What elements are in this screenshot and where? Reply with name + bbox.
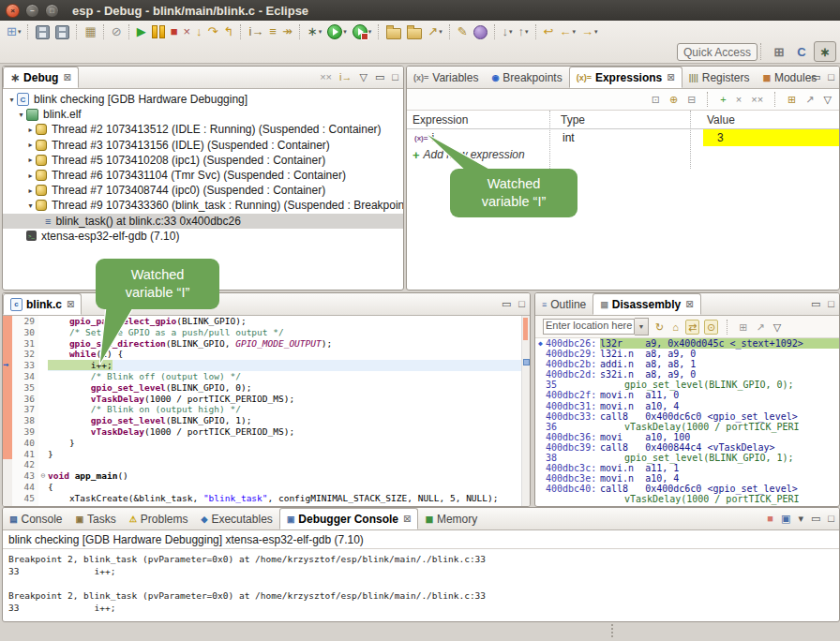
debug-tree-item[interactable]: ▾Cblink checking [GDB Hardware Debugging…: [3, 92, 403, 107]
run-icon[interactable]: ▾: [325, 22, 349, 41]
cpp-perspective-button[interactable]: C: [791, 42, 812, 61]
terminate-icon[interactable]: ■: [169, 22, 180, 41]
window-minimize-button[interactable]: −: [25, 4, 39, 18]
expression-row[interactable]: (x)=iint3: [407, 129, 839, 146]
column-expression[interactable]: Expression: [407, 113, 555, 127]
line-annotation-gutter[interactable]: [3, 459, 12, 470]
disassembly-instruction[interactable]: 400dbc33:call8 0x400dc6c0 <gpio_set_leve…: [535, 411, 839, 422]
tab-variables[interactable]: (x)=Variables: [407, 67, 485, 88]
line-annotation-gutter[interactable]: [3, 338, 12, 350]
display-selected-console-icon[interactable]: ▣: [779, 512, 792, 525]
code-line[interactable]: 41}: [3, 449, 530, 460]
overview-ruler[interactable]: [521, 316, 530, 506]
debug-tree-thread[interactable]: ▸Thread #6 1073431104 (Tmr Svc) (Suspend…: [3, 168, 403, 183]
disconnect-icon[interactable]: ×: [181, 22, 192, 41]
instruction-stepping-toggle-icon[interactable]: i→: [338, 70, 353, 83]
resume-icon[interactable]: ▶: [135, 22, 148, 41]
line-annotation-gutter[interactable]: [3, 371, 12, 382]
disassembly-instruction[interactable]: 400dbc3c:movi.n a11, 1: [535, 463, 839, 473]
tab-expressions[interactable]: (x)=Expressions⊠: [569, 67, 682, 88]
debug-tree-item[interactable]: ≡blink_task() at blink.c:33 0x400dbc26: [3, 214, 403, 229]
expander-icon[interactable]: ▸: [25, 126, 36, 134]
code-line[interactable]: 34 /* Blink off (output low) */: [3, 371, 530, 382]
debug-tree-item[interactable]: >_xtensa-esp32-elf-gdb (7.10): [3, 229, 403, 244]
disassembly-instruction[interactable]: 400dbc3e:movi.n a10, 4: [535, 473, 839, 484]
build-icon[interactable]: ▦: [82, 22, 98, 41]
column-value[interactable]: Value: [701, 112, 839, 128]
view-menu-icon[interactable]: ▽: [822, 93, 833, 106]
line-annotation-gutter[interactable]: [3, 415, 12, 426]
line-annotation-gutter[interactable]: [3, 438, 12, 449]
refresh-icon[interactable]: ↻: [653, 320, 666, 334]
line-annotation-gutter[interactable]: [3, 470, 12, 482]
line-annotation-gutter[interactable]: [3, 327, 12, 338]
line-annotation-gutter[interactable]: [3, 426, 12, 438]
disassembly-instruction[interactable]: 400dbc2f:movi.n a11, 0: [535, 390, 839, 400]
close-icon[interactable]: ⊠: [667, 72, 674, 82]
code-line[interactable]: 40 }: [3, 438, 530, 449]
column-type[interactable]: Type: [555, 113, 701, 127]
tab-debugger-console[interactable]: ▣Debugger Console⊠: [279, 508, 419, 529]
dropdown-arrow-icon[interactable]: ▾: [573, 28, 577, 36]
disassembly-instruction[interactable]: 400dbc40:call8 0x400dc6c0 <gpio_set_leve…: [535, 484, 839, 494]
collapse-all-icon[interactable]: ⊟: [685, 93, 698, 106]
line-annotation-gutter[interactable]: [3, 449, 12, 460]
disassembly-source-line[interactable]: 38gpio_set_level(BLINK_GPIO, 1);: [535, 453, 839, 463]
code-line[interactable]: 35 gpio_set_level(BLINK_GPIO, 0);: [3, 382, 530, 394]
tab-problems[interactable]: ⚠Problems: [123, 508, 195, 529]
disassembly-instruction[interactable]: 400dbc29:l32i.n a8, a9, 0: [535, 349, 839, 359]
skip-all-breakpoints-icon[interactable]: ⊘: [110, 22, 124, 41]
code-line[interactable]: 39 vTaskDelay(1000 / portTICK_PERIOD_MS)…: [3, 426, 530, 438]
close-icon[interactable]: ⊠: [63, 72, 70, 82]
last-edit-location-icon[interactable]: ↩: [542, 22, 556, 41]
tab-executables[interactable]: ◆Executables: [195, 508, 279, 529]
dropdown-arrow-icon[interactable]: ▾: [368, 28, 372, 36]
prev-annotation-icon[interactable]: ↑▾: [517, 22, 531, 41]
tab-tasks[interactable]: ▣Tasks: [69, 508, 123, 529]
maximize-icon[interactable]: □: [517, 297, 527, 310]
disassembly-source-line[interactable]: 35gpio_set_level(BLINK_GPIO, 0);: [535, 380, 839, 390]
search-icon[interactable]: [472, 22, 489, 41]
step-over-icon[interactable]: ↷: [206, 22, 220, 41]
debug-tree-thread[interactable]: ▸Thread #2 1073413512 (IDLE : Running) (…: [3, 122, 403, 137]
line-annotation-gutter[interactable]: [3, 404, 12, 415]
code-line[interactable]: 36 vTaskDelay(1000 / portTICK_PERIOD_MS)…: [3, 394, 530, 405]
maximize-icon[interactable]: □: [826, 512, 836, 525]
code-line[interactable]: →33 i++;: [3, 360, 530, 371]
remove-all-expressions-icon[interactable]: ××: [749, 93, 765, 106]
view-menu-icon[interactable]: ▽: [357, 70, 368, 83]
disassembly-instruction[interactable]: ◆400dbc26:l32r a9, 0x400d045c <_stext+10…: [535, 338, 839, 349]
disassembly-instruction[interactable]: 400dbc2b:addi.n a8, a8, 1: [535, 359, 839, 369]
debug-tree-thread[interactable]: ▸Thread #7 1073408744 (ipc0) (Suspended …: [3, 183, 403, 198]
code-line[interactable]: 30 /* Set the GPIO as a push/pull output…: [3, 327, 530, 338]
tab-blink-c[interactable]: c blink.c ⊠: [3, 293, 82, 315]
minimize-icon[interactable]: ▭: [809, 70, 822, 83]
code-line[interactable]: 32 while(1) {: [3, 349, 530, 360]
maximize-icon[interactable]: □: [390, 70, 400, 83]
show-logical-structure-icon[interactable]: ⊕: [668, 93, 680, 106]
location-input[interactable]: Enter location here: [543, 319, 635, 335]
format-brush-icon[interactable]: ✎: [456, 22, 470, 41]
line-annotation-gutter[interactable]: [3, 382, 12, 394]
new-view-icon[interactable]: ⊞: [737, 320, 749, 334]
disassembly-instruction[interactable]: 400dbc39:call8 0x400844c4 <vTaskDelay>: [535, 442, 839, 453]
tab-console[interactable]: ▤Console: [3, 508, 69, 529]
view-menu-icon[interactable]: ▽: [772, 320, 783, 334]
code-line[interactable]: 29 gpio_pad_select_gpio(BLINK_GPIO);: [3, 316, 530, 327]
line-annotation-gutter[interactable]: [3, 316, 12, 327]
expander-icon[interactable]: ▾: [16, 111, 26, 119]
launch-target-icon[interactable]: ↗▾: [426, 22, 443, 41]
window-close-button[interactable]: ×: [6, 4, 20, 18]
use-step-filters-icon[interactable]: ↠: [280, 22, 294, 41]
forward-icon[interactable]: →▾: [579, 22, 600, 41]
new-c-project-icon[interactable]: [384, 22, 403, 41]
open-perspective-button[interactable]: ⊞: [769, 42, 789, 61]
home-icon[interactable]: ⌂: [670, 320, 681, 334]
debug-tree-thread[interactable]: ▾Thread #9 1073433360 (blink_task : Runn…: [3, 198, 403, 213]
code-line[interactable]: 31 gpio_set_direction(BLINK_GPIO, GPIO_M…: [3, 338, 530, 350]
expander-icon[interactable]: ▸: [25, 141, 36, 149]
maximize-icon[interactable]: □: [826, 70, 836, 83]
dropdown-arrow-icon[interactable]: ▾: [343, 28, 347, 36]
export-icon[interactable]: ↗: [755, 320, 767, 334]
code-line[interactable]: 45 xTaskCreate(&blink_task, "blink_task"…: [3, 493, 530, 504]
